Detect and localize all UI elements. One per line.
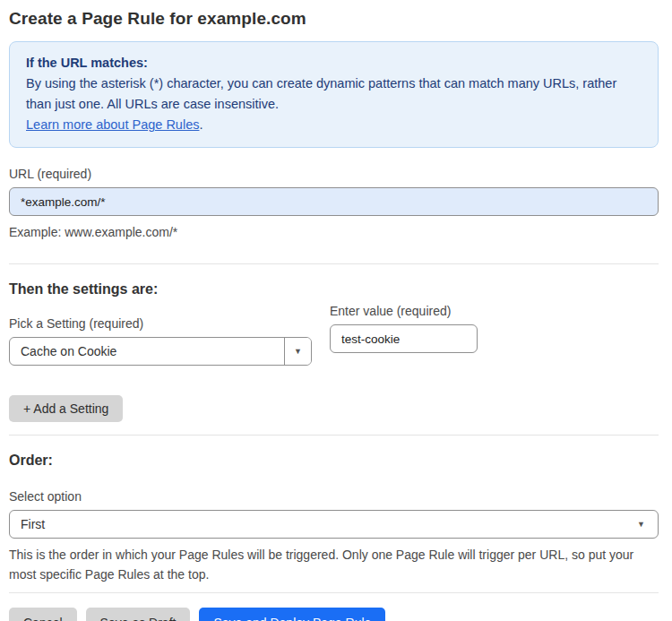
chevron-down-icon: ▼ [294,348,302,356]
form-actions: Cancel Save as Draft Save and Deploy Pag… [9,608,659,621]
setting-value-column: Enter value (required) [330,304,478,353]
setting-dropdown-arrow-button[interactable]: ▼ [284,338,311,365]
info-box-link-line: Learn more about Page Rules. [26,115,642,135]
url-input[interactable] [9,187,659,216]
order-select-value: First [21,517,45,531]
setting-picker-column: Pick a Setting (required) Cache on Cooki… [9,298,312,366]
info-box-body: By using the asterisk (*) character, you… [26,73,642,115]
setting-value-input[interactable] [330,324,478,353]
order-help-text: This is the order in which your Page Rul… [9,545,659,584]
chevron-down-icon: ▼ [637,521,645,529]
cancel-button[interactable]: Cancel [9,608,77,621]
divider [9,263,659,264]
settings-row: Pick a Setting (required) Cache on Cooki… [9,298,659,366]
learn-more-link[interactable]: Learn more about Page Rules [26,117,199,132]
setting-dropdown-value: Cache on Cookie [10,338,284,365]
url-example-text: Example: www.example.com/* [9,222,659,242]
divider [9,592,659,593]
link-suffix: . [199,117,202,132]
save-and-deploy-button[interactable]: Save and Deploy Page Rule [199,608,385,621]
create-page-rule-form: Create a Page Rule for example.com If th… [0,0,672,621]
setting-label: Pick a Setting (required) [9,316,312,331]
value-label: Enter value (required) [330,304,478,318]
order-section-heading: Order: [9,453,659,469]
setting-dropdown[interactable]: Cache on Cookie ▼ [9,337,312,366]
url-match-info-box: If the URL matches: By using the asteris… [9,41,659,148]
info-box-heading: If the URL matches: [26,53,642,73]
settings-section-heading: Then the settings are: [9,281,659,298]
save-as-draft-button[interactable]: Save as Draft [86,608,191,621]
order-select-label: Select option [9,489,659,504]
divider [9,435,659,436]
order-select[interactable]: First ▼ [9,510,659,539]
add-setting-button[interactable]: + Add a Setting [9,395,123,422]
url-label: URL (required) [9,167,659,181]
page-title: Create a Page Rule for example.com [9,9,659,29]
